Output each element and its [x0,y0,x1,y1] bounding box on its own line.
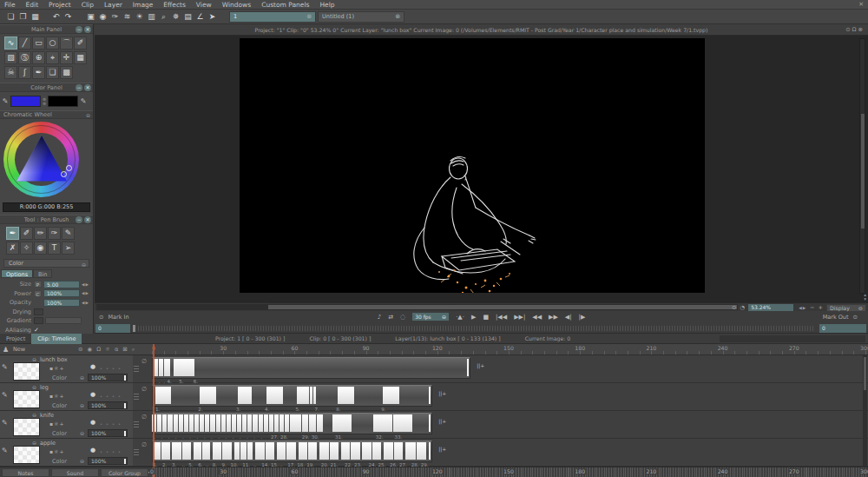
step-back-button[interactable]: ◀| [565,314,572,321]
spline-tool[interactable]: ʃ [18,66,31,79]
select-shape-tool[interactable]: Ⓢ [18,51,31,64]
frame-cell[interactable] [264,414,268,432]
brush-stack-icon[interactable]: ✑ [109,10,121,23]
state-dot[interactable]: • [100,449,102,454]
stepper-arrows-icon[interactable]: ◀▶ [82,282,89,287]
frame-thumbnails[interactable] [341,442,360,460]
minimize-icon[interactable]: − [76,216,82,223]
track-end-bracket[interactable] [429,414,431,432]
state-dot[interactable]: • [118,449,121,454]
secondary-color-swatch[interactable] [48,96,78,107]
menu-custom-panels[interactable]: Custom Panels [261,1,309,9]
frame-thumbnails[interactable] [310,387,312,404]
rectangle-tool[interactable]: ▭ [32,36,45,50]
frame-thumbnails[interactable] [238,387,252,404]
bottom-button-notes[interactable]: Notes [2,468,49,477]
frame-thumbnails[interactable] [332,414,352,432]
frame-cell[interactable] [351,442,359,460]
collapse-icon[interactable]: ⊖ [32,412,36,418]
warp-tool[interactable]: ✐ [74,36,87,50]
state-dot[interactable]: • [100,394,102,399]
frame-cell[interactable] [362,442,371,460]
mark-in-input[interactable]: 0 [95,324,130,333]
redo-icon[interactable]: ↷ [62,10,74,23]
pressure-toggle[interactable]: C [34,290,42,297]
frame-cell[interactable] [338,387,354,404]
frame-cell[interactable] [174,359,195,376]
mark-in-icon[interactable]: ⊙ [99,314,103,321]
light-table-icon[interactable]: ☀ [134,10,145,23]
power-input[interactable]: 100% [43,289,80,297]
blend-mode-dropdown[interactable]: Color [52,458,67,465]
play-button[interactable]: ▶ [471,314,476,321]
timeline-scrollbar[interactable] [863,355,867,467]
pan-tool[interactable]: ✛ [60,51,73,64]
pointer-icon[interactable]: ➤ [207,10,218,23]
state-dot[interactable]: • [112,394,115,399]
arrow-pen-tool[interactable]: ➢ [62,242,75,255]
track-end-bracket[interactable] [467,359,469,376]
prev-key-button[interactable]: ◀◀ [532,314,542,321]
frame-cell[interactable] [234,442,240,460]
state-dot[interactable]: • [118,421,121,427]
vertical-scrollbar[interactable] [859,38,865,294]
close-icon[interactable]: ✕ [84,26,91,33]
wet-brush-tool[interactable]: ✧ [20,242,33,255]
extend-exposure-button[interactable]: ||+ [438,390,446,396]
frame-cell[interactable] [216,414,220,432]
frame-thumbnails[interactable] [362,442,381,460]
frame-cell[interactable] [286,442,295,460]
pen-brush-tool[interactable]: ✒ [6,227,19,240]
state-dot[interactable]: • [100,421,102,427]
mark-out-input[interactable]: 0 [819,324,866,333]
frame-thumbnails[interactable] [373,414,392,432]
frame-thumbnails[interactable] [338,387,354,404]
pen-tool[interactable]: ✒ [32,66,45,79]
eraser-tool[interactable]: ✗ [6,242,19,255]
row-drag-handle[interactable] [134,366,139,373]
document-tab-1[interactable]: 1⊗ [229,11,316,23]
sync-icon[interactable]: ◌ [400,314,405,321]
pen-icon[interactable]: ✎ [2,391,8,399]
close-icon[interactable]: ✕ [84,216,91,223]
frame-thumbnails[interactable] [164,359,170,376]
drawing-canvas[interactable] [240,38,705,293]
extend-exposure-button[interactable]: ||+ [438,418,446,424]
hue-selector[interactable] [61,171,67,177]
undo-icon[interactable]: ↶ [50,10,62,23]
frame-cell[interactable] [269,414,273,432]
mixer-icon[interactable]: ▥ [146,10,157,23]
frame-cell[interactable] [274,414,279,432]
state-dot[interactable]: • [118,366,121,371]
frame-cell[interactable] [221,414,226,432]
state-dot[interactable]: • [112,366,115,371]
chevron-down-icon[interactable]: ⊖ [80,374,84,381]
stepper-arrows-icon[interactable]: ◀▶ [799,306,806,310]
airbrush-tool[interactable]: ✑ [48,227,61,240]
close-icon[interactable]: ⊗ [306,13,312,20]
color-panel-header[interactable]: Color Panel −✕ [0,83,93,92]
eyedropper-icon[interactable]: ✎ [2,97,9,105]
frame-cell[interactable] [172,442,181,460]
mark-out-icon[interactable]: ⊙ [853,314,858,321]
brush-tool-3[interactable]: ✎ [62,227,75,240]
menu-windows[interactable]: Windows [222,1,251,9]
frame-cell[interactable] [332,414,352,432]
frame-thumbnails[interactable] [383,387,399,404]
track-end-bracket[interactable] [429,387,431,404]
frame-cell[interactable] [155,387,171,404]
loop-icon[interactable]: ⇄ [388,314,393,321]
swap-colors-icon[interactable]: ⊜⊜ [43,97,46,106]
step-forward-button[interactable]: |▶ [579,314,586,321]
frame-cell[interactable] [330,442,339,460]
frame-cell[interactable] [202,442,210,460]
workspace-icon[interactable]: ▣ [85,10,96,23]
frame-cell[interactable] [373,414,392,432]
frame-cell[interactable] [194,442,201,460]
frame-cell[interactable] [299,442,307,460]
layer-thumbnail[interactable] [13,418,40,436]
chromatic-wheel[interactable] [0,119,93,201]
track-end-bracket[interactable] [429,442,431,460]
layer-opacity-input[interactable]: 100% [88,429,128,437]
frame-cell[interactable] [313,387,316,404]
